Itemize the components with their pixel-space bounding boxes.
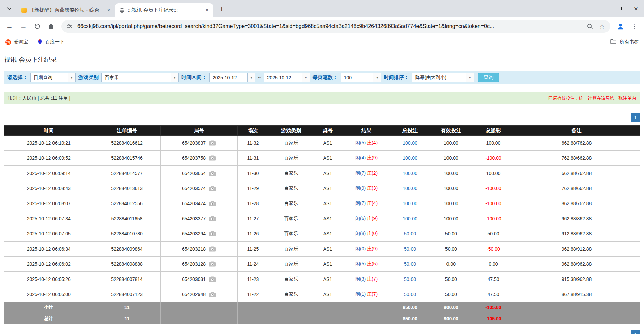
summary-note: 同局有效投注，统一计算在该局第一张注单内 bbox=[548, 95, 636, 101]
replay-camera-icon[interactable] bbox=[209, 276, 216, 282]
round-cell: 654203758 bbox=[160, 151, 238, 166]
replay-camera-icon[interactable] bbox=[209, 155, 216, 161]
pagination-top: 1 bbox=[4, 113, 640, 122]
forward-button[interactable]: → bbox=[17, 20, 30, 33]
maximize-restore-button[interactable] bbox=[612, 0, 628, 17]
navigation-bar: ← → 66cxkj98.com/ipl bbox=[0, 17, 644, 35]
per-page-select[interactable]: 100 ▼ bbox=[341, 73, 381, 82]
close-window-button[interactable]: × bbox=[628, 0, 644, 17]
filter-bar: 请选择： 日期查询 ▼ 游戏类别 百家乐 ▼ 时间区间： 2025-10-12 … bbox=[4, 71, 640, 84]
result-banker: 庄(4) bbox=[367, 200, 378, 206]
bet-id-cell: 522884016612 bbox=[93, 136, 160, 151]
page-1-button[interactable]: 1 bbox=[631, 113, 640, 122]
sort-select[interactable]: 降幂(由大到小) ▼ bbox=[412, 73, 474, 82]
table-row: 2025-10-12 06:08:07522884012556654203474… bbox=[4, 196, 640, 211]
replay-camera-icon[interactable] bbox=[209, 186, 216, 191]
valid-bet-cell: 50.00 bbox=[429, 242, 473, 257]
bet-id-cell: 522884010780 bbox=[93, 226, 160, 242]
result-player: 闲(1) bbox=[355, 291, 366, 297]
result-banker: 庄(3) bbox=[367, 185, 378, 191]
tab-close-icon[interactable]: × bbox=[105, 7, 112, 14]
bookmark-taobao[interactable]: 淘 爱淘宝 bbox=[5, 39, 28, 45]
bookmark-baidu[interactable]: 百度一下 bbox=[37, 39, 64, 45]
tab-bet-record[interactable]: :::视讯 会员下注纪录::: × bbox=[115, 3, 213, 17]
total-bet-cell[interactable]: 100.00 bbox=[391, 196, 429, 211]
bet-time-cell: 2025-10-12 06:06:34 bbox=[4, 242, 93, 257]
replay-camera-icon[interactable] bbox=[209, 140, 216, 146]
chevron-down-icon[interactable]: ▼ bbox=[466, 73, 474, 82]
browser-window: 【新提醒】海燕策略论坛 - 综合 × :::视讯 会员下注纪录::: × + —… bbox=[0, 0, 644, 49]
game-type-select[interactable]: 百家乐 ▼ bbox=[101, 73, 179, 82]
replay-camera-icon[interactable] bbox=[209, 292, 216, 297]
refresh-button[interactable] bbox=[31, 20, 43, 33]
bookmark-label: 百度一下 bbox=[45, 39, 64, 45]
browser-menu-icon[interactable]: ⋮ bbox=[628, 20, 641, 33]
subtotal-valid-bet: 800.00 bbox=[429, 302, 473, 313]
result-cell: 闲(0) 庄(9) bbox=[342, 242, 391, 257]
round-number: 654203218 bbox=[182, 246, 206, 252]
table-no-cell: AS1 bbox=[314, 151, 342, 166]
date-from-select[interactable]: 2025-10-12 ▼ bbox=[209, 73, 255, 82]
date-to-select[interactable]: 2025-10-12 ▼ bbox=[264, 73, 310, 82]
session-cell: 11-24 bbox=[238, 257, 269, 272]
session-cell: 11-26 bbox=[238, 226, 269, 242]
total-bet-cell[interactable]: 100.00 bbox=[391, 166, 429, 181]
replay-camera-icon[interactable] bbox=[209, 246, 216, 252]
payout-cell: -100.00 bbox=[473, 181, 513, 196]
replay-camera-icon[interactable] bbox=[209, 261, 216, 267]
zoom-icon[interactable] bbox=[585, 22, 594, 31]
site-settings-icon[interactable] bbox=[65, 22, 74, 31]
search-button[interactable]: 查询 bbox=[478, 73, 499, 82]
url-text[interactable]: 66cxkj98.com/ipl/portal.php/game/betreco… bbox=[77, 23, 582, 29]
replay-camera-icon[interactable] bbox=[209, 231, 216, 236]
all-bookmarks-button[interactable]: 所有书签 bbox=[604, 39, 639, 45]
replay-camera-icon[interactable] bbox=[209, 201, 216, 206]
valid-bet-cell: 50.00 bbox=[429, 287, 473, 302]
bet-id-cell: 522884012556 bbox=[93, 196, 160, 211]
valid-bet-cell: 100.00 bbox=[429, 136, 473, 151]
bet-time-cell: 2025-10-12 06:05:26 bbox=[4, 272, 93, 287]
new-tab-button[interactable]: + bbox=[217, 4, 227, 14]
tab-forum[interactable]: 【新提醒】海燕策略论坛 - 综合 × bbox=[17, 3, 115, 17]
url-bar[interactable]: 66cxkj98.com/ipl/portal.php/game/betreco… bbox=[61, 20, 610, 33]
bookmark-star-icon[interactable]: ☆ bbox=[598, 22, 606, 31]
replay-camera-icon[interactable] bbox=[209, 171, 216, 176]
payout-cell: -100.00 bbox=[473, 211, 513, 226]
total-bet-cell[interactable]: 50.00 bbox=[391, 287, 429, 302]
chevron-down-icon[interactable]: ▼ bbox=[373, 73, 381, 82]
page-1-button[interactable]: 1 bbox=[631, 330, 640, 334]
globe-favicon-icon bbox=[119, 7, 125, 13]
total-bet-cell[interactable]: 50.00 bbox=[391, 257, 429, 272]
replay-camera-icon[interactable] bbox=[209, 216, 216, 221]
total-bet-cell[interactable]: 100.00 bbox=[391, 136, 429, 151]
bet-id-cell: 522884007814 bbox=[93, 272, 160, 287]
total-bet-cell[interactable]: 100.00 bbox=[391, 181, 429, 196]
sort-value: 降幂(由大到小) bbox=[412, 73, 466, 82]
payout-cell: 100.00 bbox=[473, 136, 513, 151]
total-bet-cell[interactable]: 50.00 bbox=[391, 226, 429, 242]
summary-bar: 币别：人民币 | 总共 :11 注单 | 同局有效投注，统一计算在该局第一张注单… bbox=[4, 92, 640, 104]
column-header: 备注 bbox=[513, 126, 640, 136]
per-page-value: 100 bbox=[341, 73, 373, 82]
session-cell: 11-30 bbox=[238, 166, 269, 181]
round-cell: 654203128 bbox=[160, 257, 238, 272]
session-cell: 11-32 bbox=[238, 136, 269, 151]
round-cell: 654203837 bbox=[160, 136, 238, 151]
round-number: 654203474 bbox=[182, 201, 206, 206]
tab-close-icon[interactable]: × bbox=[203, 7, 211, 14]
total-bet-cell[interactable]: 50.00 bbox=[391, 242, 429, 257]
total-bet-cell[interactable]: 100.00 bbox=[391, 151, 429, 166]
total-bet-cell[interactable]: 50.00 bbox=[391, 272, 429, 287]
result-banker: 庄(9) bbox=[367, 216, 378, 221]
total-bet-cell[interactable]: 100.00 bbox=[391, 211, 429, 226]
tab-search-icon[interactable] bbox=[4, 3, 15, 14]
chevron-down-icon[interactable]: ▼ bbox=[302, 73, 310, 82]
chevron-down-icon[interactable]: ▼ bbox=[171, 73, 178, 82]
home-button[interactable] bbox=[45, 20, 57, 33]
query-type-select[interactable]: 日期查询 ▼ bbox=[30, 73, 76, 82]
profile-avatar[interactable] bbox=[614, 20, 627, 33]
back-button[interactable]: ← bbox=[3, 20, 16, 33]
chevron-down-icon[interactable]: ▼ bbox=[68, 73, 75, 82]
minimize-button[interactable]: — bbox=[596, 0, 612, 17]
chevron-down-icon[interactable]: ▼ bbox=[247, 73, 255, 82]
